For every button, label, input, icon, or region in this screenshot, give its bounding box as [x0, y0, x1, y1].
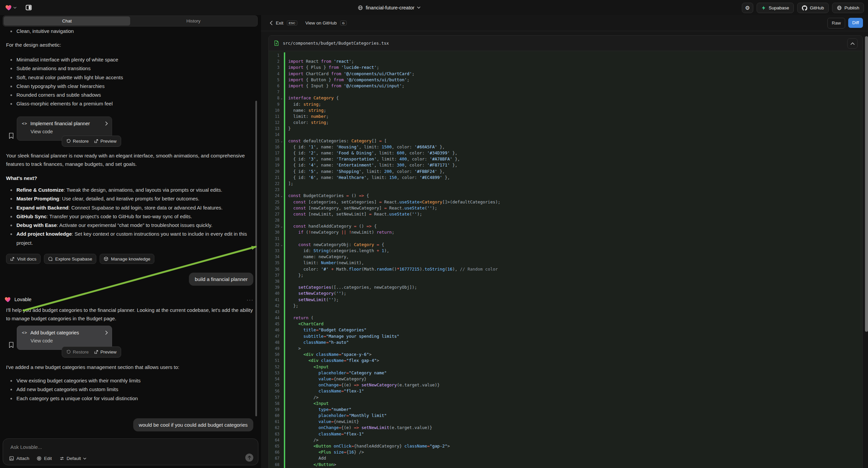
- restore-icon: [66, 350, 71, 354]
- diff-toggle-button[interactable]: Diff: [848, 18, 863, 28]
- supabase-icon: [761, 5, 766, 10]
- preview-label: Preview: [100, 350, 117, 354]
- chat-scrollbar[interactable]: [255, 101, 257, 416]
- project-switcher[interactable]: financial-future-creator: [358, 0, 421, 15]
- code-line: 46 title="Budget Categories": [269, 327, 862, 333]
- raw-toggle-button[interactable]: Raw: [828, 18, 845, 29]
- back-chevron-icon[interactable]: [270, 21, 273, 25]
- view-code-link[interactable]: View code: [31, 129, 108, 134]
- code-line: 26 const [newCategory, setNewCategory] =…: [269, 205, 862, 211]
- list-item: GitHub Sync: Transfer your project's cod…: [6, 212, 254, 221]
- prompt-input-box[interactable]: Ask Lovable... Attach Edit Default: [3, 438, 258, 465]
- external-link-icon: [94, 350, 98, 354]
- code-line: 30 if (!newCategory || !newLimit) return…: [269, 229, 862, 235]
- code-line: 18 { id: '3', name: 'Transportation', li…: [269, 156, 862, 162]
- explore-supabase-label: Explore Supabase: [55, 257, 92, 262]
- file-header[interactable]: src/components/budget/BudgetCategories.t…: [269, 36, 862, 51]
- code-line: 49 >: [269, 346, 862, 351]
- exit-button[interactable]: Exit: [276, 21, 283, 26]
- bookmark-icon[interactable]: [9, 133, 14, 139]
- arrow-up-icon: [248, 456, 251, 460]
- code-line: 28: [269, 217, 862, 223]
- code-line: 31: [269, 236, 862, 242]
- preview-button[interactable]: Preview: [94, 139, 117, 144]
- publish-label: Publish: [844, 5, 859, 10]
- manage-knowledge-button[interactable]: Manage knowledge: [100, 254, 154, 264]
- code-line: 34 name: newCategory,: [269, 254, 862, 260]
- lovable-heart-icon: [5, 296, 11, 302]
- code-line: 25 const [categories, setCategories] = R…: [269, 199, 862, 205]
- chevron-right-icon: [105, 331, 108, 335]
- code-line: 48 className="h-auto": [269, 340, 862, 346]
- lovable-menu-button[interactable]: [5, 4, 17, 11]
- restore-button[interactable]: Restore: [66, 139, 89, 144]
- code-line: 5import { Button } from '@/components/ui…: [269, 77, 862, 83]
- sliders-icon: [59, 456, 64, 461]
- supabase-button[interactable]: Supabase: [756, 3, 794, 13]
- code-line: 23: [269, 187, 862, 193]
- list-item: Minimalist interface with plenty of whit…: [6, 55, 254, 64]
- code-line: 9 id: string;: [269, 101, 862, 108]
- code-line: 39 setCategories([...categories, newCate…: [269, 284, 862, 290]
- edit-button[interactable]: Edit: [37, 456, 52, 461]
- tab-chat[interactable]: Chat: [4, 17, 130, 26]
- code-scrollbar[interactable]: [865, 36, 868, 332]
- tab-history[interactable]: History: [130, 17, 257, 26]
- code-line: 22];: [269, 181, 862, 187]
- code-line: 62 onChange={(e) => setNewLimit(e.target…: [269, 425, 862, 431]
- github-label: GitHub: [810, 5, 824, 10]
- collapse-file-button[interactable]: [847, 38, 858, 49]
- sidebar-toggle-button[interactable]: [24, 3, 33, 12]
- code-icon: <>: [22, 121, 27, 126]
- code-icon: <>: [22, 330, 27, 335]
- external-link-icon: [94, 139, 98, 143]
- preview-button[interactable]: Preview: [94, 350, 117, 354]
- quick-actions-row: Visit docs Explore Supabase Manage knowl…: [6, 254, 254, 264]
- settings-button[interactable]: ⚙: [742, 3, 753, 13]
- code-toolbar: Exit ESC View on GitHub G Raw Diff: [261, 15, 868, 31]
- g-key-badge: G: [340, 21, 347, 26]
- whats-next-heading: What's next?: [6, 175, 254, 181]
- prompt-placeholder: Ask Lovable...: [10, 444, 42, 450]
- code-line: 66 <Plus size={16} />: [269, 449, 862, 455]
- visit-docs-label: Visit docs: [17, 257, 37, 262]
- view-code-link[interactable]: View code: [31, 338, 108, 344]
- attach-button[interactable]: Attach: [9, 456, 29, 461]
- assistant-intro-text: I'll help you add budget categories to t…: [6, 306, 254, 323]
- code-line: 35 limit: Number(newLimit),: [269, 260, 862, 266]
- mode-select[interactable]: Default: [59, 456, 87, 461]
- assistant-ready-text: Your sleek financial planner is now read…: [6, 151, 254, 168]
- code-line: 2import React from 'react';: [269, 58, 862, 64]
- restore-button[interactable]: Restore: [66, 350, 89, 354]
- code-line: 53 placeholder="Category name": [269, 370, 862, 376]
- added-bullet-list: View existing budget categories with the…: [6, 376, 254, 403]
- user-message: would be cool if you could add budget ca…: [133, 418, 253, 431]
- github-button[interactable]: GitHub: [797, 3, 829, 13]
- visit-docs-button[interactable]: Visit docs: [6, 254, 40, 264]
- message-menu-button[interactable]: ···: [247, 297, 254, 302]
- publish-globe-icon: [837, 5, 842, 10]
- code-line: 20 { id: '5', name: 'Shopping', limit: 2…: [269, 169, 862, 175]
- list-item: Refine & Customize: Tweak the design, an…: [6, 186, 254, 195]
- panel-left-icon: [25, 4, 32, 11]
- code-line: 16 { id: '1', name: 'Housing', limit: 15…: [269, 144, 862, 150]
- send-button[interactable]: [245, 454, 253, 462]
- explore-supabase-button[interactable]: Explore Supabase: [44, 254, 96, 264]
- bookmark-icon[interactable]: [9, 342, 14, 348]
- project-globe-icon: [358, 5, 363, 10]
- list-item: Add project knowledge: Set key context o…: [6, 230, 254, 247]
- code-line: 32⌄ const newCategoryObj: Category = {: [269, 242, 862, 248]
- list-item: Soft, neutral color palette with light b…: [6, 73, 254, 82]
- code-editor[interactable]: 1 2import React from 'react';3import { P…: [269, 51, 862, 468]
- assistant-name: Lovable: [14, 297, 32, 302]
- view-on-github-link[interactable]: View on GitHub: [305, 21, 337, 26]
- preview-label: Preview: [100, 139, 117, 144]
- code-line: 12 color: string;: [269, 119, 862, 125]
- assistant-added-text: I've added a new budget categories manag…: [6, 363, 254, 371]
- code-line: 52 <Input: [269, 364, 862, 370]
- publish-button[interactable]: Publish: [832, 3, 864, 13]
- global-header: financial-future-creator ⚙ Supabase GitH…: [0, 0, 868, 15]
- code-lines: 1 2import React from 'react';3import { P…: [269, 52, 862, 468]
- list-item: Clean typography with clear hierarchies: [6, 82, 254, 91]
- version-title: Implement financial planner: [30, 121, 90, 126]
